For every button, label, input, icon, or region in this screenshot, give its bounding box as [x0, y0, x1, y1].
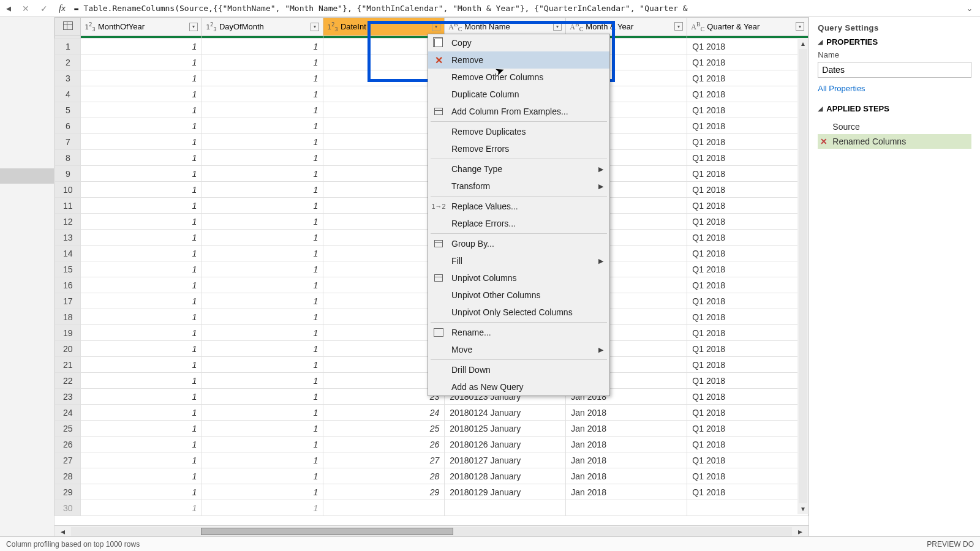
- cell[interactable]: Q1 2018: [687, 277, 809, 293]
- column-header-monthname[interactable]: ABCMonth Name▾: [445, 18, 566, 36]
- cell[interactable]: Q1 2018: [687, 341, 809, 357]
- row-number[interactable]: 19: [55, 325, 81, 341]
- cell[interactable]: Q1 2018: [687, 261, 809, 277]
- cell[interactable]: 16: [323, 277, 445, 293]
- row-number[interactable]: 20: [55, 341, 81, 357]
- cell[interactable]: 1: [81, 261, 202, 277]
- cell[interactable]: 1: [81, 214, 202, 230]
- column-header-quarteryear[interactable]: ABCQuarter & Year▾: [687, 18, 809, 36]
- cell[interactable]: 1: [202, 246, 323, 261]
- cell[interactable]: Q1 2018: [687, 230, 809, 246]
- cell[interactable]: [445, 500, 566, 516]
- menu-item-copy[interactable]: Copy: [428, 34, 609, 51]
- cell[interactable]: Q1 2018: [687, 437, 809, 452]
- row-number[interactable]: 9: [55, 166, 81, 182]
- cell[interactable]: Q1 2018: [687, 182, 809, 198]
- row-number[interactable]: 18: [55, 309, 81, 325]
- row-number[interactable]: 6: [55, 118, 81, 134]
- menu-item-fill[interactable]: Fill▶: [428, 252, 609, 269]
- cell[interactable]: 1: [202, 134, 323, 150]
- row-number[interactable]: 1: [55, 39, 81, 54]
- cell[interactable]: 5: [323, 102, 445, 118]
- cell[interactable]: Q1 2018: [687, 293, 809, 309]
- cell[interactable]: Q1 2018: [687, 389, 809, 405]
- cell[interactable]: 1: [81, 102, 202, 118]
- horizontal-scrollbar[interactable]: ◂ ▸: [55, 525, 809, 536]
- filter-dropdown-icon[interactable]: ▾: [432, 23, 440, 31]
- cell[interactable]: 13: [323, 230, 445, 246]
- column-header-dayofmonth[interactable]: 123DayOfMonth▾: [202, 18, 323, 36]
- formula-cancel-icon[interactable]: ✕: [20, 4, 32, 13]
- cell[interactable]: 1: [202, 261, 323, 277]
- cell[interactable]: 1: [202, 198, 323, 214]
- menu-item-add-as-new-query[interactable]: Add as New Query: [428, 378, 609, 395]
- row-number[interactable]: 12: [55, 214, 81, 230]
- row-number[interactable]: 14: [55, 246, 81, 261]
- cell[interactable]: 20: [323, 341, 445, 357]
- cell[interactable]: Q1 2018: [687, 39, 809, 54]
- cell[interactable]: 1: [202, 118, 323, 134]
- table-row[interactable]: 28 1 1 28 20180128 January Jan 2018 Q1 2…: [55, 468, 809, 484]
- cell[interactable]: 1: [81, 468, 202, 484]
- row-number[interactable]: 28: [55, 468, 81, 484]
- cell[interactable]: [323, 500, 445, 516]
- cell[interactable]: 1: [202, 70, 323, 86]
- cell[interactable]: [566, 500, 687, 516]
- row-number[interactable]: 16: [55, 277, 81, 293]
- row-number[interactable]: 24: [55, 405, 81, 421]
- cell[interactable]: Q1 2018: [687, 373, 809, 389]
- row-number[interactable]: 13: [55, 230, 81, 246]
- menu-item-unpivot-other-columns[interactable]: Unpivot Other Columns: [428, 287, 609, 304]
- cell[interactable]: 15: [323, 261, 445, 277]
- cell[interactable]: [323, 70, 445, 86]
- cell[interactable]: 1: [81, 246, 202, 261]
- cell[interactable]: 22: [323, 373, 445, 389]
- cell[interactable]: Q1 2018: [687, 54, 809, 70]
- cell[interactable]: 1: [202, 500, 323, 516]
- table-row[interactable]: 27 1 1 27 20180127 January Jan 2018 Q1 2…: [55, 452, 809, 468]
- cell[interactable]: 1: [81, 389, 202, 405]
- cell[interactable]: 1: [81, 373, 202, 389]
- applied-steps-section[interactable]: ◢ APPLIED STEPS: [818, 104, 971, 113]
- cell[interactable]: 19: [323, 325, 445, 341]
- row-number[interactable]: 3: [55, 70, 81, 86]
- cell[interactable]: Q1 2018: [687, 357, 809, 373]
- menu-item-remove[interactable]: ✕Remove: [428, 51, 609, 69]
- cell[interactable]: 1: [81, 484, 202, 500]
- cell[interactable]: 1: [202, 484, 323, 500]
- cell[interactable]: 18: [323, 309, 445, 325]
- menu-item-replace-values[interactable]: 1→2Replace Values...: [428, 198, 609, 215]
- cell[interactable]: 1: [202, 421, 323, 437]
- menu-item-unpivot-columns[interactable]: Unpivot Columns: [428, 269, 609, 287]
- formula-expand-icon[interactable]: ⌄: [963, 4, 976, 13]
- cell[interactable]: 1: [202, 182, 323, 198]
- cell[interactable]: 4: [323, 86, 445, 102]
- cell[interactable]: Jan 2018: [566, 421, 687, 437]
- cell[interactable]: 26: [323, 437, 445, 452]
- cell[interactable]: 20180125 January: [445, 421, 566, 437]
- cell[interactable]: 1: [202, 150, 323, 166]
- filter-dropdown-icon[interactable]: ▾: [674, 22, 683, 31]
- cell[interactable]: 29: [323, 484, 445, 500]
- cell[interactable]: 1: [202, 373, 323, 389]
- row-number[interactable]: 30: [55, 500, 81, 516]
- cell[interactable]: 1: [202, 54, 323, 70]
- cell[interactable]: 1: [202, 214, 323, 230]
- cell[interactable]: 1: [202, 166, 323, 182]
- filter-dropdown-icon[interactable]: ▾: [311, 23, 319, 31]
- menu-item-remove-other-columns[interactable]: Remove Other Columns: [428, 69, 609, 86]
- menu-item-move[interactable]: Move▶: [428, 341, 609, 358]
- cell[interactable]: 1: [202, 309, 323, 325]
- column-header-dateint[interactable]: 123DateInt▾: [323, 18, 445, 36]
- applied-step-source[interactable]: Source: [818, 119, 971, 134]
- cell[interactable]: 1: [81, 452, 202, 468]
- menu-item-unpivot-only-selected-columns[interactable]: Unpivot Only Selected Columns: [428, 304, 609, 321]
- fx-icon[interactable]: fx: [56, 3, 68, 13]
- menu-item-rename[interactable]: Rename...: [428, 324, 609, 341]
- row-number[interactable]: 4: [55, 86, 81, 102]
- row-number[interactable]: 10: [55, 182, 81, 198]
- menu-item-remove-errors[interactable]: Remove Errors: [428, 140, 609, 157]
- cell[interactable]: 1: [202, 341, 323, 357]
- query-name-input[interactable]: [818, 62, 971, 78]
- row-number[interactable]: 22: [55, 373, 81, 389]
